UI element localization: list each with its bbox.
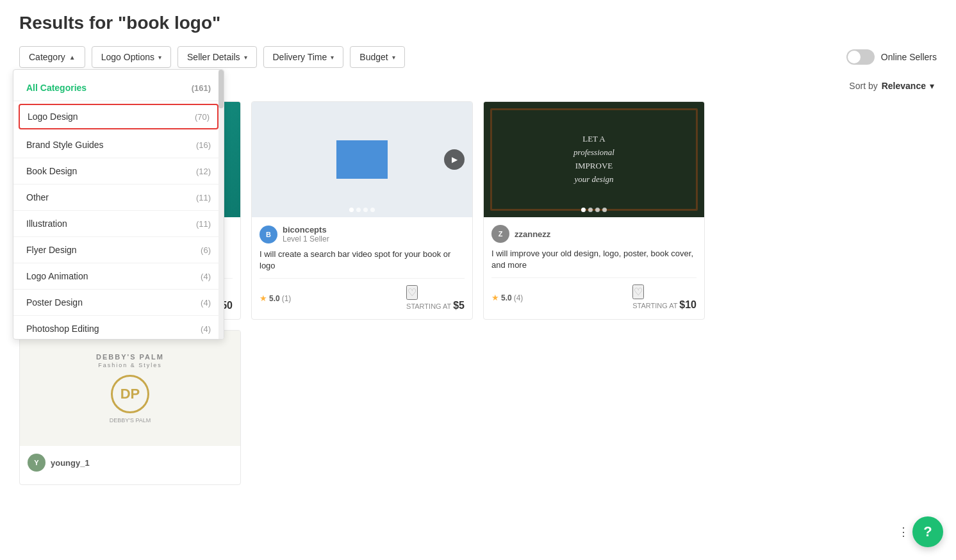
seller-details-filter-label: Seller Details <box>187 52 240 62</box>
avatar-4: Y <box>28 454 45 472</box>
like-button-2[interactable]: ♡ <box>406 285 418 300</box>
sort-chevron-icon: ▾ <box>930 81 934 91</box>
sort-by-label: Sort by <box>849 81 877 91</box>
category-filter-button[interactable]: Category ▲ <box>19 46 85 68</box>
search-bar-placeholder <box>336 140 388 179</box>
dropdown-item-name-7: Logo Animation <box>26 271 88 281</box>
dropdown-item-1[interactable]: Logo Design(70) <box>19 104 218 129</box>
dropdown-item-4[interactable]: Other(11) <box>13 185 224 211</box>
gig-footer-2: ★ 5.0 (1) ♡ STARTING AT $5 <box>260 278 465 311</box>
help-button[interactable]: ? <box>912 516 943 547</box>
logo-options-chevron-icon: ▾ <box>158 54 161 61</box>
dropdown-item-6[interactable]: Flyer Design(6) <box>13 237 224 263</box>
rating-count-2: (1) <box>282 294 292 303</box>
rating-value-2: 5.0 <box>269 294 280 303</box>
image-dots-2 <box>349 208 375 212</box>
starting-at-label-3: STARTING AT <box>632 302 679 309</box>
pricing-3: STARTING AT $10 <box>632 299 696 311</box>
rating-value-3: 5.0 <box>501 293 512 302</box>
gig-image-3: LET AprofessionalIMPROVEyour design <box>484 102 704 217</box>
budget-filter-button[interactable]: Budget ▾ <box>350 46 404 68</box>
gig-card-3: LET AprofessionalIMPROVEyour design Z zz… <box>483 101 705 320</box>
star-icon-2: ★ <box>260 293 267 303</box>
delivery-time-filter-label: Delivery Time <box>273 52 327 62</box>
logo-options-filter-button[interactable]: Logo Options ▾ <box>92 46 171 68</box>
gig-body-2: B biconcepts Level 1 Seller I will creat… <box>252 217 472 319</box>
page-title: Results for "book logo" <box>19 13 937 33</box>
online-sellers-toggle: Online Sellers <box>846 49 937 65</box>
dropdown-item-count-8: (4) <box>201 298 211 308</box>
dropdown-item-name-8: Poster Design <box>26 297 83 308</box>
gig-image-4: DEBBY'S PALMFashion & Styles DP DEBBY'S … <box>20 331 240 446</box>
dropdown-item-count-4: (11) <box>196 193 211 202</box>
dropdown-item-8[interactable]: Poster Design(4) <box>13 290 224 316</box>
category-filter-label: Category <box>29 52 65 62</box>
like-button-3[interactable]: ♡ <box>632 284 644 299</box>
dropdown-item-count-9: (4) <box>201 324 211 334</box>
image-dots-3 <box>581 208 607 212</box>
sort-by-control[interactable]: Sort by Relevance ▾ <box>849 81 934 91</box>
sort-by-value: Relevance <box>882 81 926 91</box>
seller-details-chevron-icon: ▾ <box>244 54 247 61</box>
pricing-2: STARTING AT $5 <box>406 300 465 311</box>
dropdown-item-7[interactable]: Logo Animation(4) <box>13 263 224 290</box>
dropdown-item-name-6: Flyer Design <box>26 245 77 255</box>
dropdown-item-name-5: Illustration <box>26 218 67 229</box>
seller-name-4: youngy_1 <box>51 458 90 468</box>
online-sellers-toggle-thumb <box>848 51 861 63</box>
avatar-2: B <box>260 226 277 243</box>
page-wrapper: Results for "book logo" Category ▲ Logo … <box>0 0 956 560</box>
price-3: $10 <box>679 299 696 310</box>
dropdown-item-3[interactable]: Book Design(12) <box>13 158 224 185</box>
dropdown-item-2[interactable]: Brand Style Guides(16) <box>13 132 224 158</box>
dropdown-item-9[interactable]: Photoshop Editing(4) <box>13 316 224 339</box>
delivery-time-filter-button[interactable]: Delivery Time ▾ <box>263 46 344 68</box>
online-sellers-label: Online Sellers <box>881 52 937 62</box>
logo-options-filter-label: Logo Options <box>101 52 154 62</box>
gig-card-2: ▶ B biconcepts Level 1 Seller I will cre… <box>251 101 473 320</box>
dropdown-item-count-1: (70) <box>195 112 210 122</box>
dropdown-item-count-6: (6) <box>201 245 211 255</box>
dropdown-item-count-7: (4) <box>201 272 211 281</box>
starting-at-label-2: STARTING AT <box>406 302 453 310</box>
rating-3: ★ 5.0 (4) <box>491 293 523 302</box>
category-chevron-icon: ▲ <box>69 54 76 61</box>
seller-info-3: Z zzannezz <box>491 225 696 243</box>
dropdown-scrollbar-track <box>218 70 224 339</box>
dropdown-item-5[interactable]: Illustration(11) <box>13 211 224 237</box>
dropdown-item-name-9: Photoshop Editing <box>26 324 99 334</box>
dropdown-item-name-1: Logo Design <box>28 111 78 122</box>
budget-chevron-icon: ▾ <box>392 54 395 61</box>
dropdown-item-name-4: Other <box>26 192 49 202</box>
dropdown-item-count-0: (161) <box>192 83 211 93</box>
price-2: $5 <box>453 300 465 311</box>
gig-body-3: Z zzannezz I will improve your old desig… <box>484 217 704 318</box>
avatar-3: Z <box>491 225 509 243</box>
gig-image-2: ▶ <box>252 102 472 217</box>
star-icon-3: ★ <box>491 293 499 302</box>
gig-title-3: I will improve your old design, logo, po… <box>491 248 696 271</box>
gig-body-4: Y youngy_1 <box>20 446 240 484</box>
dropdown-item-count-3: (12) <box>196 167 211 176</box>
dropdown-item-count-5: (11) <box>196 219 211 229</box>
filter-bar: Category ▲ Logo Options ▾ Seller Details… <box>19 46 937 68</box>
category-dropdown: All Categories(161)Logo Design(70)Brand … <box>13 69 224 340</box>
seller-details-filter-button[interactable]: Seller Details ▾ <box>177 46 256 68</box>
seller-name-3: zzannezz <box>515 229 550 239</box>
play-button-2[interactable]: ▶ <box>444 149 465 170</box>
rating-count-3: (4) <box>514 293 523 302</box>
seller-name-2: biconcepts <box>283 225 329 235</box>
budget-filter-label: Budget <box>359 52 388 62</box>
online-sellers-toggle-track[interactable] <box>846 49 875 65</box>
dropdown-scrollbar-thumb[interactable] <box>218 70 224 108</box>
seller-info-4: Y youngy_1 <box>28 454 233 472</box>
dropdown-item-0[interactable]: All Categories(161) <box>13 75 224 101</box>
dropdown-scroll-area[interactable]: All Categories(161)Logo Design(70)Brand … <box>13 70 224 339</box>
dropdown-item-name-2: Brand Style Guides <box>26 140 104 150</box>
more-options-button[interactable]: ⋮ <box>896 516 911 547</box>
gig-footer-3: ★ 5.0 (4) ♡ STARTING AT $10 <box>491 277 696 311</box>
seller-level-2: Level 1 Seller <box>283 235 329 243</box>
dropdown-item-count-2: (16) <box>196 140 211 150</box>
gig-card-4: DEBBY'S PALMFashion & Styles DP DEBBY'S … <box>19 330 241 485</box>
dropdown-item-name-0: All Categories <box>26 83 87 93</box>
